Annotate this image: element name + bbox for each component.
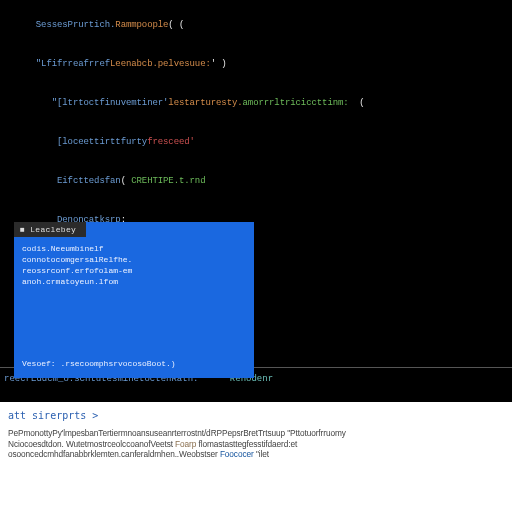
lower-heading: att sirerprts > [8,410,504,424]
code-line: "LfifrreafrrefLeenabcb.pelvesuue:' ) [4,45,508,84]
text: osooncedcmhdfanabbrklemten.canferaldmhen… [8,449,220,459]
popup-line: codis.Neeumbinelf [22,243,246,254]
token: "[ltrtoctfinuvemtiner' [36,98,169,108]
code-line: "[ltrtoctfinuvemtiner'lestarturesty.amor… [4,84,508,123]
token: "Lfifrreafrref [36,59,110,69]
token: fresceed' [147,137,195,147]
popup-footer: Vesoef: .rsecoomphsrvocosoBoot.) [22,359,176,368]
popup-body: codis.Neeumbinelf connotocomgersalRelfhe… [14,237,254,293]
token: Eifcttedsfan [36,176,121,186]
keyword: Foarp [175,439,196,449]
lower-paragraph: osooncedcmhdfanabbrklemten.canferaldmhen… [8,449,504,460]
token: Rammpoople [115,20,168,30]
text: "ilet [254,449,269,459]
token: Leenabcb.pelvesuue: [110,59,211,69]
code-line: [loceettirttfurtyfresceed' [4,123,508,162]
token: ( ( [168,20,184,30]
keyword: Foococer [220,449,254,459]
text: flomastasttegfesstifdaerd:et [199,439,298,449]
token: ( [349,98,365,108]
popup-tab[interactable]: ■ Leaclebey [14,222,86,237]
token: CREHTIPE.t.rnd [131,176,205,186]
token: ( [121,176,132,186]
popup-line: reossrconf.erfofolam-em [22,265,246,276]
code-editor-pane: SessesPrurtich.Rammpoople( ( "Lfifrreafr… [0,0,512,402]
code-line: Eifcttedsfan( CREHTIPE.t.rnd [4,162,508,201]
code-line: SessesPrurtich.Rammpoople( ( [4,6,508,45]
token: ' ) [211,59,227,69]
lower-paragraph: Nciocoesdtdon. WutetmostrceolccoanofVeet… [8,439,504,450]
token: SessesPrurtich. [36,20,116,30]
lower-pane: att sirerprts > PePmonottyPy'lmpesbanTer… [0,402,512,460]
popup-line: connotocomgersalRelfhe. [22,254,246,265]
lower-paragraph: PePmonottyPy'lmpesbanTertiermnoansuseanr… [8,428,504,439]
token: [loceettirttfurty [36,137,147,147]
text: Nciocoesdtdon. WutetmostrceolccoanofVeet… [8,439,175,449]
text: PePmonottyPy'lmpesbanTertiermnoansuseanr… [8,428,346,438]
token: amorrrltriciccttinm: [243,98,349,108]
popup-titlebar[interactable]: ■ Leaclebey [14,222,254,237]
popup-panel[interactable]: ■ Leaclebey codis.Neeumbinelf connotocom… [14,222,254,378]
token: lestarturesty. [168,98,242,108]
popup-line: anoh.crmatoyeun.lfom [22,276,246,287]
